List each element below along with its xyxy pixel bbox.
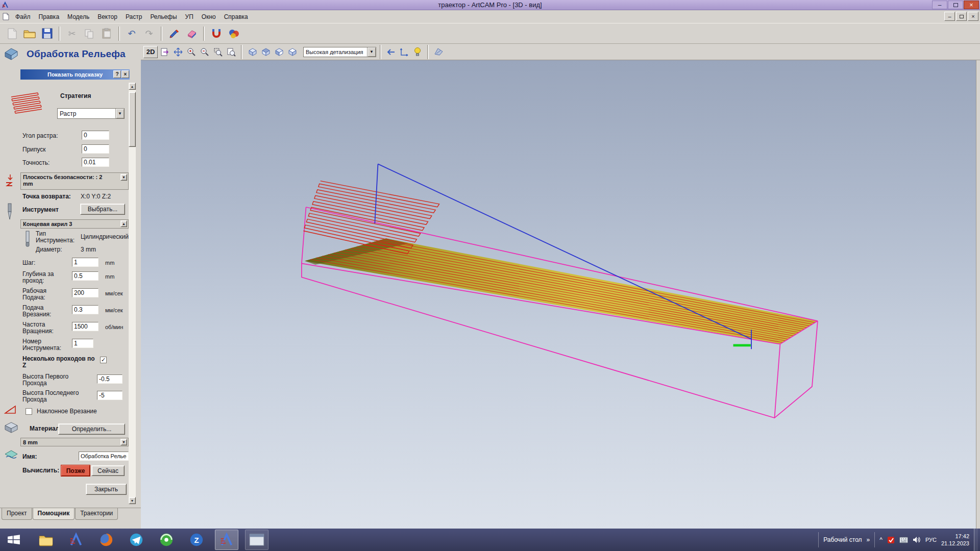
safe-plane-header[interactable]: Плоскость безопасности: : 2 mm ▼ — [20, 172, 129, 190]
close-button[interactable]: × — [964, 1, 979, 9]
menu-file[interactable]: Файл — [11, 11, 35, 22]
eraser-button[interactable] — [183, 26, 200, 42]
iso-view-2-icon[interactable] — [259, 46, 272, 58]
panel-scrollbar[interactable]: ▲ ▼ — [129, 83, 136, 504]
ramp-checkbox[interactable] — [26, 408, 32, 415]
menu-help[interactable]: Справка — [220, 11, 252, 22]
save-button[interactable] — [39, 26, 55, 42]
scroll-up-icon[interactable]: ▲ — [129, 83, 136, 90]
zoom-extents-icon[interactable] — [225, 46, 237, 58]
name-input[interactable] — [79, 452, 129, 461]
chevron-down-icon[interactable]: ▼ — [115, 109, 124, 118]
minimize-button[interactable]: – — [932, 1, 947, 9]
pan-icon[interactable] — [172, 46, 184, 58]
tool-number-input[interactable] — [72, 339, 93, 348]
menu-raster[interactable]: Растр — [121, 11, 146, 22]
antivirus-tray-icon[interactable] — [887, 536, 895, 544]
cut-button[interactable]: ✂ — [64, 26, 80, 42]
scrollbar-thumb[interactable] — [129, 92, 136, 147]
zoom-in-icon[interactable] — [185, 46, 198, 58]
keyboard-tray-icon[interactable] — [899, 537, 908, 543]
step-input[interactable] — [72, 258, 99, 267]
clock[interactable]: 17:42 21.12.2023 — [941, 533, 969, 547]
plunge-input[interactable] — [72, 305, 99, 314]
language-indicator[interactable]: РУС — [925, 537, 937, 543]
calculate-now-button[interactable]: Сейчас — [91, 465, 125, 476]
tab-project[interactable]: Проект — [2, 508, 32, 520]
close-panel-button[interactable]: Закрыть — [86, 484, 127, 495]
iso-view-1-icon[interactable] — [246, 46, 258, 58]
print-preview-icon[interactable] — [159, 46, 171, 58]
taskbar-telegram-icon[interactable] — [125, 530, 148, 550]
stepdown-input[interactable] — [72, 271, 99, 281]
shade-toggle-icon[interactable] — [432, 46, 445, 58]
tray-expand-icon[interactable]: ^ — [879, 536, 883, 543]
copy-button[interactable] — [81, 26, 97, 42]
strategy-dropdown[interactable]: Растр ▼ — [57, 108, 125, 119]
taskbar-sphere-icon[interactable] — [155, 530, 178, 550]
tip-close-button[interactable]: × — [121, 70, 129, 78]
zoom-window-icon[interactable] — [212, 46, 224, 58]
detail-level-dropdown[interactable]: Высокая детализация ▼ — [303, 47, 376, 57]
menu-edit[interactable]: Правка — [35, 11, 64, 22]
iso-view-3-icon[interactable] — [273, 46, 285, 58]
taskbar-z-app-icon[interactable]: Z — [185, 530, 208, 550]
paste-button[interactable] — [99, 26, 115, 42]
allowance-input[interactable] — [82, 144, 109, 154]
tool-select-button[interactable]: Выбрать... — [80, 204, 125, 215]
taskbar-explorer-icon[interactable] — [34, 530, 58, 550]
light-icon[interactable] — [411, 46, 424, 58]
axes-origin-icon[interactable] — [398, 46, 410, 58]
menu-reliefs[interactable]: Рельефы — [146, 11, 181, 22]
taskbar-artcam-icon[interactable] — [64, 530, 88, 550]
iso-view-4-icon[interactable] — [286, 46, 298, 58]
new-model-button[interactable] — [4, 26, 20, 42]
material-thickness-header[interactable]: 8 mm ▼ — [20, 438, 129, 446]
3d-viewport[interactable] — [141, 60, 976, 529]
mdi-restore-button[interactable] — [956, 12, 967, 21]
first-pass-input[interactable] — [97, 374, 122, 384]
raster-angle-input[interactable] — [82, 131, 109, 140]
start-button[interactable] — [0, 529, 28, 551]
open-button[interactable] — [21, 26, 38, 42]
strategy-label: Стратегия — [60, 93, 91, 99]
tool-name-header[interactable]: Концевая акрил 3 ▲ — [20, 219, 129, 229]
zoom-out-icon[interactable] — [199, 46, 211, 58]
mdi-minimize-button[interactable]: – — [944, 12, 955, 21]
last-pass-input[interactable] — [97, 391, 122, 400]
sculpt-knife-button[interactable] — [166, 26, 182, 42]
tolerance-input[interactable] — [82, 158, 109, 167]
multipass-checkbox[interactable]: ✓ — [100, 357, 107, 363]
undo-button[interactable]: ↶ — [124, 26, 140, 42]
taskbar-firefox-icon[interactable] — [94, 530, 118, 550]
magnet-tool-button[interactable] — [208, 26, 225, 42]
calculate-later-button[interactable]: Позже — [61, 465, 90, 476]
tab-assistant[interactable]: Помощник — [33, 508, 75, 520]
desktop-toolbar-label[interactable]: Рабочий стол — [823, 536, 862, 543]
show-desktop-button[interactable] — [974, 529, 978, 551]
scroll-down-icon[interactable]: ▼ — [129, 497, 136, 504]
redo-button[interactable]: ↷ — [141, 26, 157, 42]
2d-view-button[interactable]: 2D — [143, 46, 158, 58]
artcam-logo-button[interactable] — [226, 26, 242, 42]
taskbar-artcam-active-icon[interactable] — [215, 530, 238, 550]
menu-model[interactable]: Модель — [63, 11, 93, 22]
menu-window[interactable]: Окно — [198, 11, 220, 22]
collapse-section-icon[interactable]: ▲ — [120, 220, 127, 227]
chevron-down-icon[interactable]: ▼ — [367, 47, 376, 57]
mdi-close-button[interactable]: × — [968, 12, 978, 21]
previous-view-icon[interactable] — [385, 46, 397, 58]
taskbar-window-app-icon[interactable] — [245, 530, 268, 550]
feed-input[interactable] — [72, 288, 99, 297]
spindle-input[interactable] — [72, 322, 99, 331]
tab-toolpaths[interactable]: Траектории — [75, 508, 118, 520]
expand-section-icon[interactable]: ▼ — [120, 174, 127, 181]
volume-icon[interactable] — [913, 536, 921, 543]
menu-nc[interactable]: УП — [181, 11, 198, 22]
expand-section-icon[interactable]: ▼ — [120, 439, 127, 445]
menu-vector[interactable]: Вектор — [93, 11, 121, 22]
toolbar-overflow-chevron[interactable]: » — [867, 536, 870, 543]
material-define-button[interactable]: Определить... — [58, 423, 125, 435]
maximize-button[interactable] — [948, 1, 963, 9]
help-button[interactable]: ? — [113, 70, 121, 78]
